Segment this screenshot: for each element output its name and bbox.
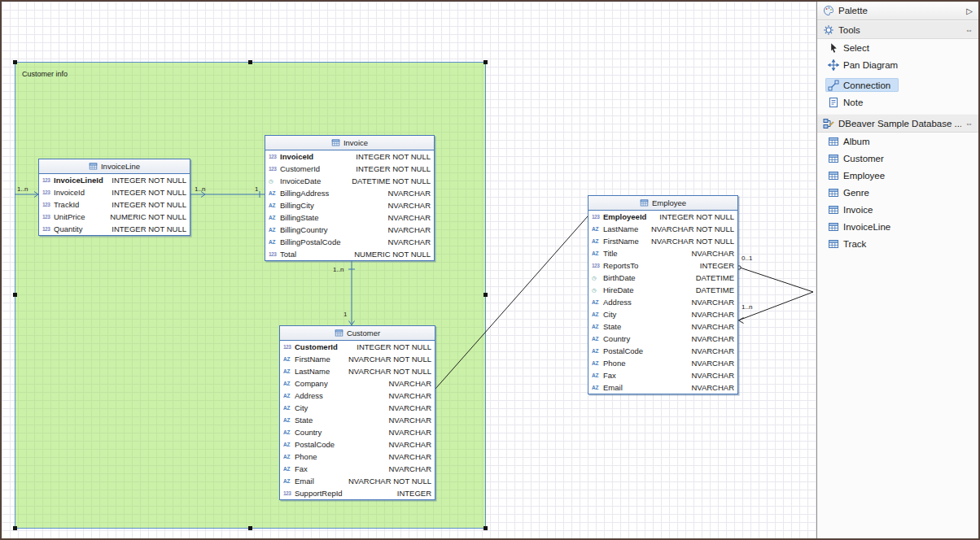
entity-header[interactable]: Customer (280, 326, 435, 341)
palette-item-track[interactable]: Track (817, 235, 978, 252)
table-icon (331, 138, 340, 147)
palette-item-pan-diagram[interactable]: Pan Diagram (817, 56, 978, 73)
column-type: NVARCHAR (691, 346, 734, 355)
column-name: State (603, 322, 686, 331)
column-row[interactable]: AZCityNVARCHAR (588, 308, 737, 320)
palette-item-invoice[interactable]: Invoice (817, 201, 978, 218)
column-row[interactable]: AZEmailNVARCHAR NOT NULL (280, 475, 435, 487)
column-row[interactable]: AZBillingCityNVARCHAR (265, 199, 434, 211)
column-row[interactable]: ◷BirthDateDATETIME (588, 272, 737, 284)
column-row[interactable]: AZBillingPostalCodeNVARCHAR (265, 236, 434, 248)
column-type: DATETIME (696, 273, 734, 282)
palette-item-employee[interactable]: Employee (817, 167, 978, 184)
palette-item-note[interactable]: Note (817, 94, 978, 111)
palette-item-album[interactable]: Album (817, 133, 978, 150)
collapse-icon[interactable]: ⇔ (965, 26, 973, 34)
entity-header[interactable]: Invoice (265, 136, 434, 150)
column-name: CustomerId (295, 342, 352, 351)
entity-name: Employee (652, 198, 686, 207)
column-name: State (295, 416, 383, 425)
column-row[interactable]: AZFirstNameNVARCHAR NOT NULL (280, 353, 435, 365)
column-row[interactable]: 123InvoiceIdINTEGER NOT NULL (265, 150, 434, 163)
column-row[interactable]: 123ReportsToINTEGER (588, 259, 737, 272)
column-row[interactable]: AZStateNVARCHAR (280, 414, 435, 426)
column-row[interactable]: AZAddressNVARCHAR (588, 296, 737, 308)
column-row[interactable]: AZPhoneNVARCHAR (588, 357, 737, 369)
entity-invoice[interactable]: Invoice123InvoiceIdINTEGER NOT NULL123Cu… (265, 135, 435, 261)
connection-icon (828, 80, 839, 91)
entity-invoiceline[interactable]: InvoiceLine123InvoiceLineIdINTEGER NOT N… (38, 159, 190, 236)
column-type: INTEGER NOT NULL (112, 176, 186, 185)
palette-item-label: Album (843, 137, 870, 146)
column-row[interactable]: AZFirstNameNVARCHAR NOT NULL (588, 235, 737, 247)
palette-item-customer[interactable]: Customer (817, 150, 978, 167)
entity-header[interactable]: Employee (588, 196, 737, 211)
column-row[interactable]: AZAddressNVARCHAR (280, 390, 435, 402)
column-row[interactable]: 123TrackIdINTEGER NOT NULL (39, 198, 190, 211)
varchar-icon: AZ (269, 202, 280, 208)
column-row[interactable]: 123InvoiceIdINTEGER NOT NULL (39, 186, 190, 198)
column-name: CustomerId (280, 164, 351, 173)
column-row[interactable]: AZLastNameNVARCHAR NOT NULL (280, 365, 435, 377)
section-header-tools[interactable]: Tools⇔ (817, 20, 978, 39)
column-row[interactable]: 123SupportRepIdINTEGER (280, 487, 435, 499)
column-row[interactable]: 123UnitPriceNUMERIC NOT NULL (39, 211, 190, 223)
palette-item-invoiceline[interactable]: InvoiceLine (817, 218, 978, 235)
palette-item-label: Employee (843, 171, 885, 181)
entity-header[interactable]: InvoiceLine (39, 159, 190, 174)
pin-icon[interactable]: ▷ (966, 7, 973, 15)
varchar-icon: AZ (283, 478, 295, 484)
column-row[interactable]: AZStateNVARCHAR (588, 320, 737, 333)
column-row[interactable]: AZLastNameNVARCHAR NOT NULL (588, 223, 737, 235)
column-row[interactable]: 123CustomerIdINTEGER NOT NULL (265, 163, 434, 175)
column-row[interactable]: 123CustomerIdINTEGER NOT NULL (280, 341, 435, 353)
column-type: NVARCHAR (387, 225, 431, 234)
collapse-icon[interactable]: ⇔ (965, 120, 973, 128)
column-type: INTEGER (700, 261, 734, 270)
entity-employee[interactable]: Employee123EmployeeIdINTEGER NOT NULLAZL… (588, 195, 738, 394)
column-row[interactable]: AZEmailNVARCHAR (588, 381, 737, 394)
column-row[interactable]: ◷HireDateDATETIME (588, 284, 737, 296)
palette-item-genre[interactable]: Genre (817, 184, 978, 201)
column-name: PostalCode (603, 346, 686, 355)
column-row[interactable]: 123QuantityINTEGER NOT NULL (39, 223, 190, 235)
column-row[interactable]: AZCountryNVARCHAR (588, 333, 737, 345)
column-name: TrackId (54, 200, 107, 209)
palette-item-connection[interactable]: Connection (817, 76, 978, 94)
column-row[interactable]: AZBillingCountryNVARCHAR (265, 224, 434, 236)
palette-header[interactable]: Palette ▷ (817, 2, 978, 20)
entity-customer[interactable]: Customer123CustomerIdINTEGER NOT NULLAZF… (279, 325, 435, 500)
column-row[interactable]: AZBillingAddressNVARCHAR (265, 187, 434, 199)
varchar-icon: AZ (592, 299, 603, 305)
column-type: NVARCHAR (691, 334, 734, 343)
palette-item-label: Note (843, 98, 863, 107)
column-row[interactable]: AZFaxNVARCHAR (588, 369, 737, 381)
column-row[interactable]: AZCityNVARCHAR (280, 402, 435, 414)
palette-item-label: Select (843, 43, 869, 53)
column-row[interactable]: AZCompanyNVARCHAR (280, 377, 435, 390)
column-row[interactable]: 123InvoiceLineIdINTEGER NOT NULL (39, 174, 190, 186)
varchar-icon: AZ (283, 442, 295, 447)
column-row[interactable]: AZPostalCodeNVARCHAR (588, 345, 737, 357)
relation-employee-reportsto-out[interactable] (740, 268, 813, 292)
column-row[interactable]: AZTitleNVARCHAR (588, 247, 737, 259)
column-row[interactable]: AZPhoneNVARCHAR (280, 451, 435, 463)
column-row[interactable]: AZPostalCodeNVARCHAR (280, 438, 435, 451)
section-title: DBeaver Sample Database ... (838, 119, 961, 128)
column-type: INTEGER NOT NULL (357, 342, 431, 351)
column-row[interactable]: 123EmployeeIdINTEGER NOT NULL (588, 211, 737, 223)
column-type: NVARCHAR (691, 249, 734, 258)
numeric-icon: 123 (269, 251, 280, 257)
column-row[interactable]: ◷InvoiceDateDATETIME NOT NULL (265, 175, 434, 187)
column-type: INTEGER NOT NULL (356, 164, 431, 173)
column-row[interactable]: AZCountryNVARCHAR (280, 426, 435, 438)
diagram-canvas[interactable]: Customer info InvoiceLine123InvoiceLineI… (2, 2, 816, 538)
palette-item-select[interactable]: Select (817, 39, 978, 56)
palette-item-label: Pan Diagram (843, 60, 898, 70)
column-row[interactable]: 123TotalNUMERIC NOT NULL (265, 248, 434, 260)
column-row[interactable]: AZFaxNVARCHAR (280, 463, 435, 475)
section-header-dbeaver-sample-database[interactable]: DBeaver Sample Database ...⇔ (817, 114, 978, 133)
column-name: HireDate (603, 285, 691, 294)
column-row[interactable]: AZBillingStateNVARCHAR (265, 211, 434, 224)
cardinality-label: 1 (343, 311, 347, 318)
